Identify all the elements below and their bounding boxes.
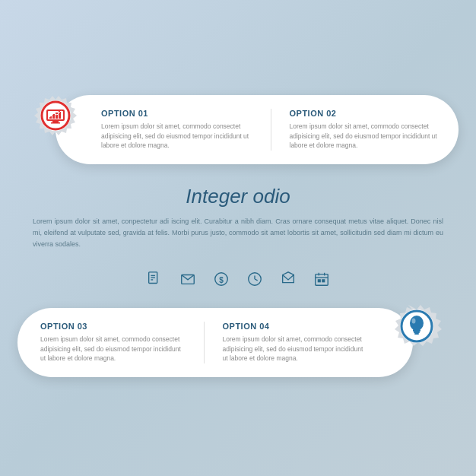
- top-gear-icon: [17, 92, 94, 168]
- svg-rect-20: [316, 274, 328, 286]
- top-banner-card: OPTION 01 Lorem ipsum dolor sit amet, co…: [56, 95, 459, 164]
- email-icon: [177, 268, 198, 290]
- bottom-gear-icon: [375, 300, 459, 384]
- option-02-title: OPTION 02: [290, 109, 441, 118]
- svg-point-28: [410, 316, 424, 331]
- option-03-text: Lorem ipsum dolor sit amet, commodo cons…: [40, 335, 186, 363]
- envelope-icon: [278, 268, 299, 290]
- option-02-block: OPTION 02 Lorem ipsum dolor sit amet, co…: [290, 109, 441, 151]
- clock-icon: [244, 268, 265, 290]
- option-03-block: OPTION 03 Lorem ipsum dolor sit amet, co…: [40, 322, 186, 363]
- svg-rect-25: [322, 280, 325, 282]
- option-02-text: Lorem ipsum dolor sit amet, commodo cons…: [290, 122, 441, 151]
- svg-rect-29: [413, 329, 420, 332]
- svg-rect-3: [52, 121, 59, 122]
- option-01-text: Lorem ipsum dolor sit amet, commodo cons…: [101, 122, 252, 151]
- bottom-banner: OPTION 03 Lorem ipsum dolor sit amet, co…: [17, 300, 459, 384]
- calendar-icon: [311, 268, 332, 290]
- middle-section: Integer odio Lorem ipsum dolor sit amet,…: [17, 177, 459, 259]
- svg-line-19: [255, 279, 258, 281]
- bottom-banner-card: OPTION 03 Lorem ipsum dolor sit amet, co…: [17, 308, 413, 377]
- svg-rect-8: [56, 113, 58, 119]
- option-01-title: OPTION 01: [101, 109, 252, 118]
- option-divider-1: [271, 109, 271, 151]
- top-banner: OPTION 01 Lorem ipsum dolor sit amet, co…: [17, 92, 459, 168]
- option-03-title: OPTION 03: [40, 322, 186, 331]
- svg-rect-31: [414, 333, 419, 335]
- option-04-title: OPTION 04: [223, 322, 368, 331]
- svg-rect-24: [318, 280, 320, 282]
- document-icon: [144, 268, 165, 290]
- svg-rect-30: [414, 332, 420, 333]
- option-divider-2: [204, 322, 205, 363]
- icons-row: $: [144, 268, 332, 290]
- svg-text:$: $: [219, 276, 224, 284]
- option-04-text: Lorem ipsum dolor sit amet, commodo cons…: [223, 335, 368, 363]
- infographic-container: OPTION 01 Lorem ipsum dolor sit amet, co…: [17, 92, 459, 385]
- option-01-block: OPTION 01 Lorem ipsum dolor sit amet, co…: [101, 109, 252, 151]
- main-body: Lorem ipsum dolor sit amet, conpectetur …: [33, 216, 443, 251]
- option-04-block: OPTION 04 Lorem ipsum dolor sit amet, co…: [223, 322, 368, 363]
- main-title: Integer odio: [33, 185, 443, 208]
- svg-rect-4: [51, 122, 60, 124]
- svg-point-32: [412, 319, 416, 324]
- dollar-icon: $: [211, 268, 232, 290]
